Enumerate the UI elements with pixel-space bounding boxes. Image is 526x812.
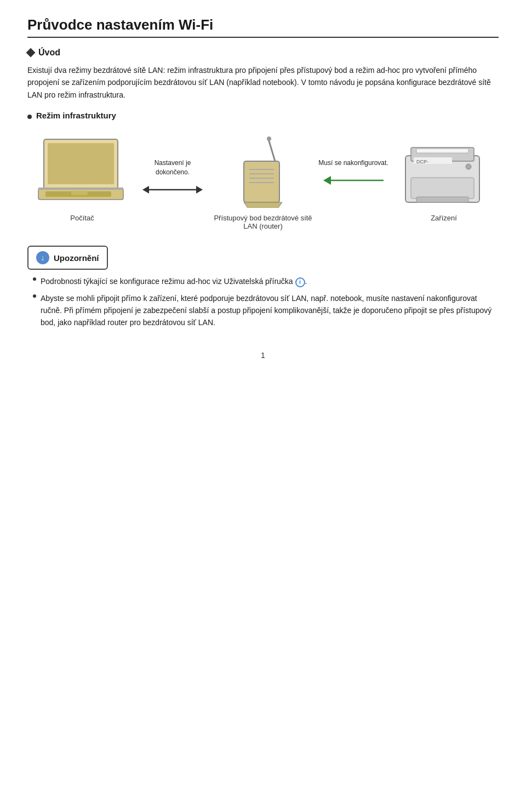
- svg-marker-16: [244, 202, 282, 208]
- router-label: Přístupový bod bezdrátové sítě LAN (rout…: [208, 214, 318, 230]
- bullet-icon-2: [33, 294, 36, 298]
- page-title: Průvodce nastavením Wi-Fi: [27, 16, 499, 38]
- info-circle-icon: i: [295, 277, 305, 287]
- diagram-area: Počítač Nastavení je dokončeno.: [27, 137, 499, 230]
- warning-text-2: Abyste se mohli připojit přímo k zařízen…: [41, 292, 499, 329]
- arrow2-area: Musí se nakonfigurovat.: [318, 137, 389, 189]
- svg-rect-4: [71, 191, 88, 195]
- intro-text: Existují dva režimy bezdrátové sítě LAN:…: [27, 64, 499, 101]
- svg-point-10: [267, 137, 271, 141]
- svg-rect-5: [38, 188, 123, 190]
- warning-box: ↓ Upozornění: [27, 246, 108, 270]
- diagram-router: Přístupový bod bezdrátové sítě LAN (rout…: [208, 137, 318, 230]
- warning-title: Upozornění: [54, 253, 99, 263]
- bullet-icon: [27, 115, 32, 119]
- warning-item-2: Abyste se mohli připojit přímo k zařízen…: [33, 292, 499, 329]
- svg-rect-23: [416, 197, 468, 202]
- svg-rect-11: [244, 161, 279, 202]
- arrow2-svg: [323, 172, 384, 189]
- bullet-icon-1: [33, 277, 36, 281]
- warning-content: Podrobnosti týkající se konfigurace reži…: [33, 275, 499, 329]
- intro-section: Úvod Existují dva režimy bezdrátové sítě…: [27, 48, 499, 101]
- arrow2-label: Musí se nakonfigurovat.: [318, 158, 388, 168]
- infrastructure-section: Režim infrastruktury: [27, 111, 499, 230]
- arrow1-svg: [142, 181, 203, 198]
- arrow1-area: Nastavení je dokončeno.: [137, 137, 208, 198]
- diamond-icon: [26, 48, 36, 58]
- printer-image: DCP-: [400, 137, 488, 209]
- laptop-image: [36, 137, 129, 209]
- svg-marker-7: [196, 186, 203, 194]
- svg-rect-22: [411, 178, 474, 198]
- intro-title: Úvod: [27, 48, 499, 58]
- arrow1-label: Nastavení je dokončeno.: [137, 158, 208, 177]
- svg-rect-1: [48, 143, 114, 184]
- warning-icon: ↓: [36, 251, 49, 264]
- printer-label: Zařízení: [431, 214, 457, 222]
- svg-text:DCP-: DCP-: [416, 159, 428, 164]
- diagram-laptop: Počítač: [27, 137, 137, 222]
- svg-marker-17: [323, 176, 331, 185]
- infrastructure-label: Režim infrastruktury: [27, 111, 499, 120]
- page-number: 1: [27, 351, 499, 360]
- laptop-label: Počítač: [70, 214, 94, 222]
- diagram-printer: DCP- Zařízení: [389, 137, 499, 222]
- svg-point-24: [466, 164, 471, 169]
- svg-line-9: [268, 139, 275, 161]
- svg-rect-21: [416, 149, 468, 153]
- router-image: [236, 137, 290, 209]
- svg-marker-6: [142, 186, 149, 194]
- warning-item-1: Podrobnosti týkající se konfigurace reži…: [33, 275, 499, 287]
